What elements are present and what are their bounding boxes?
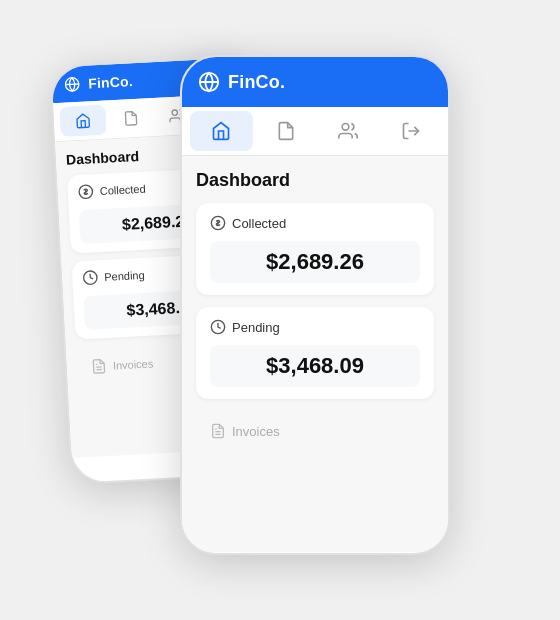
front-tab-logout[interactable]	[380, 107, 443, 155]
logout-icon-front	[401, 121, 421, 141]
front-invoices-section: Invoices	[196, 411, 434, 451]
document-icon-front	[276, 121, 296, 141]
front-tab-users[interactable]	[317, 107, 380, 155]
front-pending-label: Pending	[210, 319, 420, 335]
front-collected-value: $2,689.26	[210, 241, 420, 283]
dollar-icon-back	[77, 183, 94, 200]
phone-front: FinCo.	[180, 55, 450, 555]
front-pending-card: Pending $3,468.09	[196, 307, 434, 399]
front-dashboard-content: Dashboard Collected $2,689.26 Pending	[182, 156, 448, 552]
front-tab-home[interactable]	[190, 111, 253, 151]
front-header: FinCo.	[182, 57, 448, 107]
dollar-icon-front	[210, 215, 226, 231]
clock-icon-front	[210, 319, 226, 335]
back-app-title: FinCo.	[88, 73, 134, 91]
front-nav-tabs	[182, 107, 448, 156]
front-collected-card: Collected $2,689.26	[196, 203, 434, 295]
globe-icon-front	[198, 71, 220, 93]
front-pending-value: $3,468.09	[210, 345, 420, 387]
svg-line-1	[66, 84, 79, 85]
users-icon-front	[338, 121, 358, 141]
back-pending-text: Pending	[104, 269, 145, 283]
home-icon-back	[75, 112, 92, 129]
document-icon-back	[123, 110, 140, 127]
front-app-title: FinCo.	[228, 72, 285, 93]
svg-point-11	[342, 124, 349, 131]
back-collected-text: Collected	[99, 183, 145, 197]
front-dashboard-title: Dashboard	[196, 170, 434, 191]
clock-icon-back	[82, 269, 99, 286]
svg-point-2	[172, 110, 178, 116]
globe-icon-back	[64, 76, 81, 93]
front-collected-text: Collected	[232, 216, 286, 231]
front-collected-label: Collected	[210, 215, 420, 231]
invoices-icon-front	[210, 423, 226, 439]
back-invoices-label: Invoices	[113, 357, 154, 371]
front-invoices-label: Invoices	[232, 424, 280, 439]
invoices-icon-back	[91, 358, 108, 375]
front-pending-text: Pending	[232, 320, 280, 335]
back-tab-home[interactable]	[59, 105, 107, 137]
home-icon-front	[211, 121, 231, 141]
back-tab-docs[interactable]	[107, 98, 155, 138]
front-tab-docs[interactable]	[255, 107, 318, 155]
